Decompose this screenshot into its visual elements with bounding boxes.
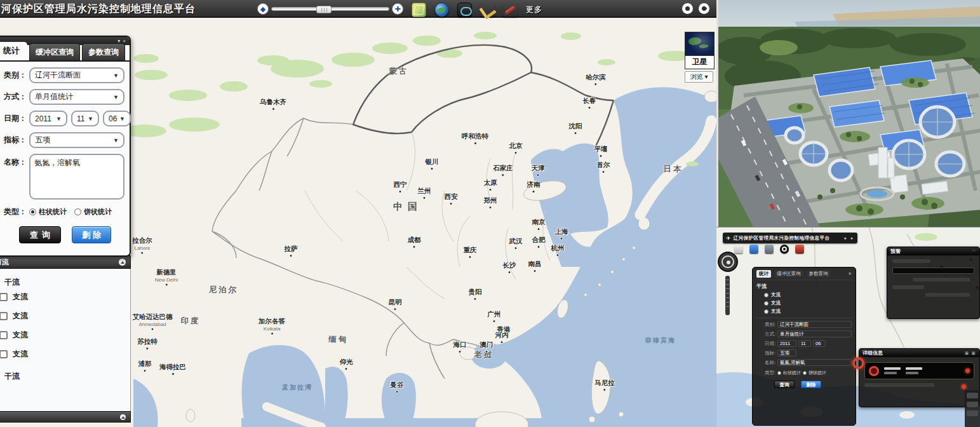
alarm-gauge-icon: [869, 366, 879, 376]
mini-tool-icon[interactable]: [749, 245, 758, 254]
mini-day-select[interactable]: 06: [813, 340, 826, 347]
chevron-down-icon: ▼: [56, 116, 62, 122]
toolbar: 更多: [412, 2, 542, 17]
mini-month-select[interactable]: 11: [798, 340, 811, 347]
browse-label: 浏览: [690, 73, 703, 80]
mini-date-label: 日期:: [756, 341, 775, 347]
map-layers-icon[interactable]: [412, 3, 426, 17]
marker-pen-icon[interactable]: [503, 3, 518, 17]
radio-pie-chart-label[interactable]: 饼状统计: [84, 207, 112, 217]
topbar-right-controls: [682, 3, 709, 14]
mini-alert-header[interactable]: 预警 ◠: [887, 247, 979, 255]
radio-bar-chart[interactable]: [29, 208, 36, 215]
parameter-names-textarea[interactable]: 氨氮，溶解氧: [29, 154, 124, 200]
zoom-out-button[interactable]: ◆: [257, 3, 269, 15]
chevron-down-icon: ▼: [113, 94, 119, 100]
mini-tab-buffer[interactable]: 缓冲区查询: [774, 270, 803, 278]
checkbox-icon[interactable]: [764, 293, 769, 297]
earth-icon[interactable]: [434, 3, 449, 17]
browse-dropdown[interactable]: 浏览 ▾: [685, 71, 713, 83]
app-title: 河保护区管理局水污染控制地理信息平台: [1, 3, 196, 16]
collapse-icon[interactable]: [119, 259, 126, 266]
mini-tool-icon[interactable]: [780, 245, 789, 254]
measure-icon[interactable]: [480, 3, 495, 17]
radio-pie-chart[interactable]: [74, 208, 81, 215]
layer-item[interactable]: 支流: [0, 330, 130, 341]
mini-radio-pie-label[interactable]: 饼状统计: [809, 370, 826, 376]
checkbox-icon[interactable]: [0, 331, 8, 339]
panel-icons: ▣ ▣: [965, 351, 976, 356]
more-tools-button[interactable]: 更多: [526, 4, 542, 15]
zoom-slider[interactable]: ◆ ✚: [257, 3, 405, 15]
treatment-plant-photo: [716, 0, 980, 227]
close-icon[interactable]: ×: [123, 39, 126, 44]
go-icon[interactable]: [457, 3, 472, 17]
date-label: 日期：: [0, 113, 27, 124]
mini-mode-select[interactable]: 单月值统计: [777, 330, 852, 337]
mini-tool-icon[interactable]: [765, 245, 774, 254]
query-button[interactable]: 查询: [19, 226, 61, 243]
checkbox-icon[interactable]: [764, 301, 769, 306]
mini-detail-row[interactable]: [864, 362, 974, 379]
radio-icon[interactable]: [803, 371, 807, 375]
mini-name-label: 名称:: [756, 360, 775, 366]
layer-panel-header[interactable]: 河流: [0, 255, 131, 269]
type-label: 类型：: [0, 207, 27, 217]
zoom-slider-handle[interactable]: [316, 6, 332, 13]
mini-category-select[interactable]: 辽河干流断面: [777, 321, 852, 328]
year-select[interactable]: 2011 ▼: [29, 111, 67, 126]
delete-button[interactable]: 删除: [72, 226, 111, 243]
maptype-control[interactable]: 卫星 浏览 ▾: [685, 32, 715, 83]
collapse-circle-icon[interactable]: [699, 3, 709, 14]
close-icon[interactable]: ✕: [848, 271, 852, 276]
category-select[interactable]: 辽河干流断面 ▼: [29, 67, 124, 83]
radio-icon[interactable]: [777, 371, 781, 375]
layer-item[interactable]: 支流: [0, 311, 130, 322]
checkbox-icon[interactable]: [764, 309, 769, 314]
layer-item[interactable]: 支流: [0, 292, 130, 302]
mini-name-input[interactable]: 氨氮,溶解氧: [777, 359, 852, 366]
checkbox-icon[interactable]: [0, 293, 8, 301]
mini-tree-item[interactable]: 支流: [764, 292, 852, 298]
mini-tool-icon[interactable]: [734, 245, 743, 254]
layer-panel-footer[interactable]: [0, 411, 131, 423]
indicator-select[interactable]: 五项 ▼: [29, 132, 124, 148]
tab-param-query[interactable]: 参数查询: [82, 43, 125, 60]
layer-item[interactable]: 支流: [0, 349, 130, 360]
mini-tab-statistics[interactable]: 统计: [756, 270, 771, 278]
mini-delete-button[interactable]: 删除: [801, 381, 821, 388]
tab-statistics[interactable]: 统计: [0, 42, 27, 60]
mini-indicator-select[interactable]: 五项: [777, 349, 796, 356]
mini-tab-param[interactable]: 参数查询: [807, 270, 831, 278]
mini-category-label: 类别:: [756, 322, 775, 328]
collapse-icon[interactable]: [120, 414, 126, 420]
day-select[interactable]: 06 ▼: [103, 111, 131, 126]
mini-compass-control[interactable]: [718, 252, 738, 272]
topbar: 河保护区管理局水污染控制地理信息平台 ◆ ✚ 更多: [0, 0, 716, 18]
mini-year-select[interactable]: 2011: [777, 340, 796, 347]
checkbox-icon[interactable]: [0, 350, 8, 358]
mini-radio-bar-label[interactable]: 柱状统计: [783, 370, 801, 376]
mini-detail-header[interactable]: 详细信息 ▣ ▣: [859, 349, 979, 357]
satellite-thumbnail-icon[interactable]: [685, 32, 715, 56]
mini-alert-panel: 预警 ◠: [887, 247, 980, 319]
zoom-in-button[interactable]: ✚: [392, 3, 403, 15]
satellite-label[interactable]: 卫星: [685, 56, 715, 69]
pan-circle-icon[interactable]: [682, 3, 693, 14]
year-value: 2011: [35, 114, 51, 123]
mini-indicator-label: 指标:: [756, 350, 775, 356]
mini-query-button[interactable]: 查询: [774, 381, 795, 388]
radio-bar-chart-label[interactable]: 柱状统计: [39, 207, 67, 217]
mini-detail-panel: 详细信息 ▣ ▣: [859, 348, 980, 407]
mini-alarm-ring-marker[interactable]: [852, 357, 864, 369]
mini-zoom-slider[interactable]: [725, 276, 730, 315]
tab-buffer-query[interactable]: 缓冲区查询: [29, 43, 80, 60]
mini-tree-item[interactable]: 支流: [764, 300, 852, 306]
zoom-slider-track[interactable]: [271, 7, 389, 11]
mini-tool-icon[interactable]: [795, 245, 804, 254]
mode-select[interactable]: 单月值统计 ▼: [29, 89, 124, 105]
month-select[interactable]: 11 ▼: [71, 111, 99, 126]
mini-tree-item[interactable]: 支流: [764, 308, 852, 315]
layer-panel-body: 干流 支流 支流 支流 支流 干流: [0, 269, 131, 411]
checkbox-icon[interactable]: [0, 312, 8, 320]
